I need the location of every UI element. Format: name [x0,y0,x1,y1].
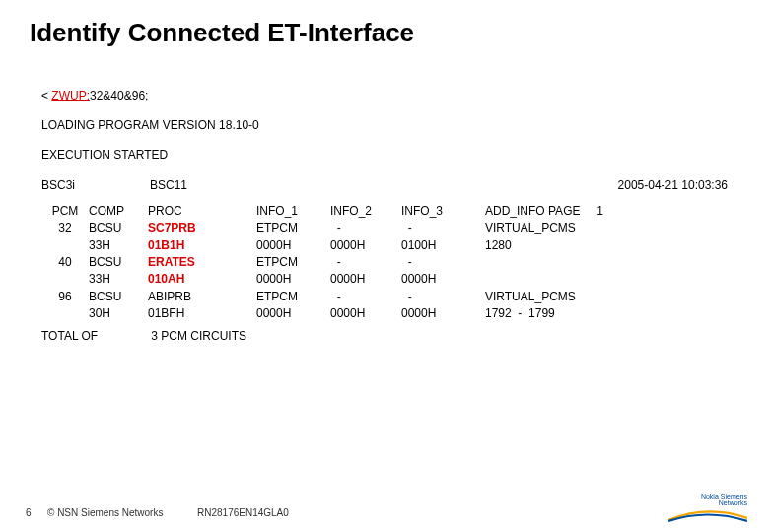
exec-line: EXECUTION STARTED [41,147,728,163]
col-info2: INFO_2 - 0000H - 0000H - 0000H [330,203,401,323]
slide-body: < ZWUP:32&40&96; LOADING PROGRAM VERSION… [41,88,728,345]
page-number: 6 [26,507,47,518]
command-line: < ZWUP:32&40&96; [41,88,728,103]
loading-line: LOADING PROGRAM VERSION 18.10-0 [41,117,728,133]
doc-id: RN28176EN14GLA0 [197,507,289,518]
slide-title: Identify Connected ET-Interface [30,18,769,48]
col-info3: INFO_3 - 0100H - 0000H - 0000H [401,203,485,323]
total-value: 3 PCM CIRCUITS [151,329,246,343]
nsn-logo-text: Nokia SiemensNetworks [668,493,747,506]
total-label: TOTAL OF [41,328,148,344]
bsc11-label: BSC11 [150,177,187,193]
nsn-logo: Nokia SiemensNetworks [668,493,747,522]
col-pcm: PCM 32 40 96 [41,203,89,323]
bsc3i-label: BSC3i [41,177,110,193]
footer: 6 © NSN Siemens Networks RN28176EN14GLA0 [0,507,769,518]
col-comp: COMP BCSU 33H BCSU 33H BCSU 30H [89,203,148,323]
col-info1: INFO_1 ETPCM 0000H ETPCM 0000H ETPCM 000… [256,203,330,323]
total-line: TOTAL OF 3 PCM CIRCUITS [41,328,728,344]
pcm-table: PCM 32 40 96 COMP BCSU 33H BCSU 33H BCSU… [41,203,728,323]
nsn-swoop-icon [668,508,747,522]
copyright: © NSN Siemens Networks [47,507,163,518]
cmd-prefix: < [41,89,51,102]
timestamp: 2005-04-21 10:03:36 [618,177,728,193]
col-proc: PROC SC7PRB 01B1H ERATES 010AH ABIPRB 01… [148,203,256,323]
cmd-zwup: ZWUP: [51,89,90,102]
col-addinfo: ADD_INFO PAGE 1 VIRTUAL_PCMS 1280 VIRTUA… [485,203,603,323]
meta-row: BSC3i BSC11 2005-04-21 10:03:36 [41,177,728,193]
cmd-args: 32&40&96; [90,89,148,102]
